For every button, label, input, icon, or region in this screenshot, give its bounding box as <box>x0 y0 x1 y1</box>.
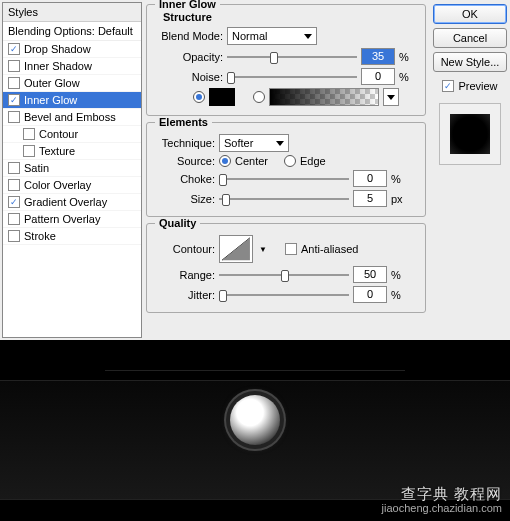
source-center-label: Center <box>235 155 268 167</box>
checkbox-icon[interactable] <box>8 213 20 225</box>
preview-checkbox[interactable]: ✓ <box>442 80 454 92</box>
jitter-slider[interactable] <box>219 288 349 302</box>
sidebar-item-texture[interactable]: Texture <box>3 143 141 160</box>
opacity-value[interactable]: 35 <box>361 48 395 65</box>
choke-slider[interactable] <box>219 172 349 186</box>
main-panel: Inner Glow Structure Blend Mode: Normal … <box>142 0 430 340</box>
sidebar-item-label: Outer Glow <box>24 77 80 89</box>
sidebar-item-label: Contour <box>39 128 78 140</box>
size-value[interactable]: 5 <box>353 190 387 207</box>
sidebar-item-label: Gradient Overlay <box>24 196 107 208</box>
preview-swatch <box>439 103 501 165</box>
preview-inner <box>450 114 490 154</box>
dropdown-icon <box>387 95 395 100</box>
ok-button[interactable]: OK <box>433 4 507 24</box>
blend-mode-value: Normal <box>232 30 267 42</box>
noise-label: Noise: <box>153 71 223 83</box>
noise-value[interactable]: 0 <box>361 68 395 85</box>
anti-aliased-checkbox[interactable] <box>285 243 297 255</box>
sidebar-item-label: Bevel and Emboss <box>24 111 116 123</box>
technique-label: Technique: <box>153 137 215 149</box>
blending-options-default[interactable]: Blending Options: Default <box>3 22 141 41</box>
jitter-unit: % <box>391 289 401 301</box>
opacity-slider[interactable] <box>227 50 357 64</box>
range-slider[interactable] <box>219 268 349 282</box>
watermark-line2: jiaocheng.chazidian.com <box>382 501 502 515</box>
styles-sidebar: Styles Blending Options: Default ✓Drop S… <box>2 2 142 338</box>
sidebar-item-label: Inner Shadow <box>24 60 92 72</box>
new-style-button[interactable]: New Style... <box>433 52 507 72</box>
watermark: 查字典 教程网 jiaocheng.chazidian.com <box>382 487 502 515</box>
checkbox-icon[interactable] <box>8 162 20 174</box>
size-unit: px <box>391 193 403 205</box>
size-slider[interactable] <box>219 192 349 206</box>
checkbox-icon[interactable] <box>8 111 20 123</box>
orb-graphic <box>230 395 280 445</box>
source-label: Source: <box>153 155 215 167</box>
structure-heading: Structure <box>159 11 419 23</box>
sidebar-item-label: Stroke <box>24 230 56 242</box>
checkbox-icon[interactable] <box>8 77 20 89</box>
sidebar-item-contour[interactable]: Contour <box>3 126 141 143</box>
sidebar-item-label: Drop Shadow <box>24 43 91 55</box>
cancel-button[interactable]: Cancel <box>433 28 507 48</box>
sidebar-item-drop-shadow[interactable]: ✓Drop Shadow <box>3 41 141 58</box>
dropdown-icon <box>304 34 312 39</box>
checkbox-icon[interactable] <box>23 128 35 140</box>
checkbox-icon[interactable]: ✓ <box>8 94 20 106</box>
jitter-value[interactable]: 0 <box>353 286 387 303</box>
gradient-dropdown[interactable] <box>383 88 399 106</box>
sidebar-item-inner-shadow[interactable]: Inner Shadow <box>3 58 141 75</box>
checkbox-icon[interactable]: ✓ <box>8 196 20 208</box>
blend-mode-select[interactable]: Normal <box>227 27 317 45</box>
checkbox-icon[interactable] <box>8 230 20 242</box>
group-elements: Elements Technique: Softer Source: Cente… <box>146 122 426 217</box>
sidebar-item-outer-glow[interactable]: Outer Glow <box>3 75 141 92</box>
sidebar-item-inner-glow[interactable]: ✓Inner Glow <box>3 92 141 109</box>
opacity-unit: % <box>399 51 409 63</box>
choke-label: Choke: <box>153 173 215 185</box>
contour-label: Contour: <box>153 243 215 255</box>
sidebar-item-label: Texture <box>39 145 75 157</box>
sidebar-item-label: Color Overlay <box>24 179 91 191</box>
checkbox-icon[interactable] <box>8 179 20 191</box>
group-quality: Quality Contour: ▼ Anti-aliased Range: 5… <box>146 223 426 313</box>
color-swatch[interactable] <box>209 88 235 106</box>
canvas-area: 查字典 教程网 jiaocheng.chazidian.com <box>0 340 510 521</box>
sidebar-item-gradient-overlay[interactable]: ✓Gradient Overlay <box>3 194 141 211</box>
contour-picker[interactable] <box>219 235 253 263</box>
jitter-label: Jitter: <box>153 289 215 301</box>
checkbox-icon[interactable] <box>8 60 20 72</box>
choke-unit: % <box>391 173 401 185</box>
sidebar-item-color-overlay[interactable]: Color Overlay <box>3 177 141 194</box>
opacity-label: Opacity: <box>153 51 223 63</box>
technique-select[interactable]: Softer <box>219 134 289 152</box>
sidebar-item-label: Inner Glow <box>24 94 77 106</box>
sidebar-item-label: Satin <box>24 162 49 174</box>
noise-unit: % <box>399 71 409 83</box>
range-value[interactable]: 50 <box>353 266 387 283</box>
panel-divider <box>105 370 405 371</box>
sidebar-item-bevel-emboss[interactable]: Bevel and Emboss <box>3 109 141 126</box>
preview-label: Preview <box>458 80 497 92</box>
checkbox-icon[interactable] <box>23 145 35 157</box>
gradient-swatch[interactable] <box>269 88 379 106</box>
layer-style-dialog: Styles Blending Options: Default ✓Drop S… <box>0 0 510 340</box>
sidebar-item-stroke[interactable]: Stroke <box>3 228 141 245</box>
source-edge-radio[interactable] <box>284 155 296 167</box>
choke-value[interactable]: 0 <box>353 170 387 187</box>
chevron-down-icon[interactable]: ▼ <box>259 245 267 254</box>
noise-slider[interactable] <box>227 70 357 84</box>
source-center-radio[interactable] <box>219 155 231 167</box>
sidebar-item-satin[interactable]: Satin <box>3 160 141 177</box>
sidebar-header: Styles <box>3 3 141 22</box>
range-unit: % <box>391 269 401 281</box>
gradient-radio[interactable] <box>253 91 265 103</box>
checkbox-icon[interactable]: ✓ <box>8 43 20 55</box>
sidebar-item-pattern-overlay[interactable]: Pattern Overlay <box>3 211 141 228</box>
technique-value: Softer <box>224 137 253 149</box>
panel-title: Inner Glow <box>155 0 220 10</box>
color-radio[interactable] <box>193 91 205 103</box>
range-label: Range: <box>153 269 215 281</box>
dropdown-icon <box>276 141 284 146</box>
